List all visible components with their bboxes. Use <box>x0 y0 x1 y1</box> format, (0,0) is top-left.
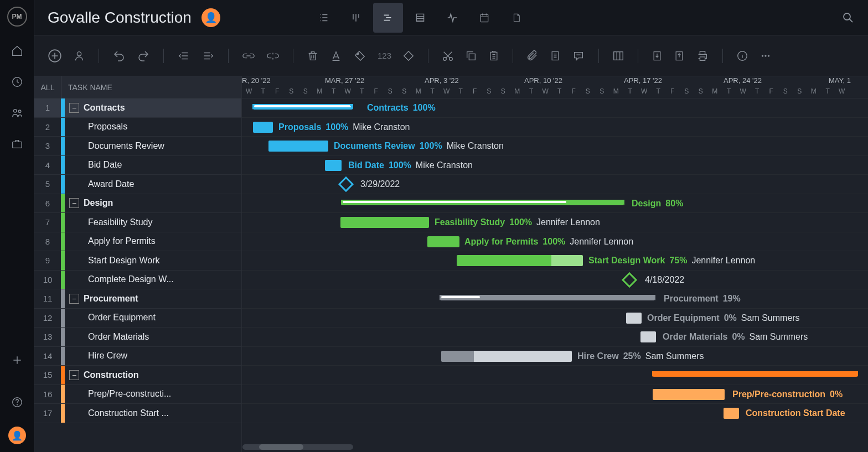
add-circle-icon[interactable] <box>48 49 62 63</box>
collapse-icon[interactable]: − <box>69 103 79 113</box>
diamond-icon[interactable] <box>402 50 415 62</box>
task-row[interactable]: 6−Design <box>34 194 241 214</box>
tag-icon[interactable] <box>353 50 366 62</box>
gantt-bar[interactable] <box>653 371 857 377</box>
user-avatar-small[interactable]: 👤 <box>8 427 26 444</box>
task-row[interactable]: 1−Contracts <box>34 98 241 118</box>
gantt-bar[interactable] <box>268 141 328 152</box>
activity-view-icon[interactable] <box>437 3 467 33</box>
file-view-icon[interactable] <box>502 3 531 33</box>
gantt-chart[interactable]: R, 20 '22MAR, 27 '22APR, 3 '22APR, 10 '2… <box>242 76 868 452</box>
redo-icon[interactable] <box>137 49 150 63</box>
gantt-row[interactable]: Order Equipment0%Sam Summers <box>242 309 868 328</box>
assign-icon[interactable] <box>73 50 85 62</box>
clock-icon[interactable] <box>11 75 24 89</box>
info-icon[interactable] <box>736 50 748 62</box>
print-icon[interactable] <box>696 50 709 62</box>
gantt-bar[interactable] <box>427 236 459 247</box>
board-view-icon[interactable] <box>341 3 371 33</box>
gantt-bar[interactable] <box>440 295 655 300</box>
gantt-row[interactable]: Order Materials0%Sam Summers <box>242 328 868 347</box>
gantt-row[interactable]: Documents Review100%Mike Cranston <box>242 137 868 156</box>
search-icon[interactable] <box>841 11 855 24</box>
gantt-bar[interactable] <box>640 331 656 342</box>
task-row[interactable]: 9Start Design Work <box>34 251 241 271</box>
task-row[interactable]: 2Proposals <box>34 118 241 137</box>
paste-icon[interactable] <box>488 49 499 63</box>
gantt-row[interactable]: Design80% <box>242 194 868 214</box>
task-row[interactable]: 4Bid Date <box>34 156 241 175</box>
gantt-row[interactable]: 3/29/2022 <box>242 175 868 194</box>
task-row[interactable]: 13Order Materials <box>34 328 241 347</box>
comment-icon[interactable] <box>572 50 585 62</box>
home-icon[interactable] <box>11 44 24 58</box>
gantt-row[interactable]: Proposals100%Mike Cranston <box>242 118 868 137</box>
link-icon[interactable] <box>242 50 255 62</box>
grid-header-taskname[interactable]: TASK NAME <box>61 83 112 92</box>
list-view-icon[interactable] <box>309 3 339 33</box>
gantt-bar[interactable] <box>340 217 429 228</box>
task-row[interactable]: 12Order Equipment <box>34 309 241 328</box>
gantt-bar[interactable] <box>253 104 353 110</box>
milestone-icon[interactable] <box>338 176 354 192</box>
more-icon[interactable] <box>760 50 772 62</box>
task-row[interactable]: 14Hire Crew <box>34 347 241 366</box>
export-icon[interactable] <box>674 50 685 62</box>
indent-icon[interactable] <box>202 50 215 62</box>
gantt-row[interactable]: Procurement19% <box>242 289 868 309</box>
copy-icon[interactable] <box>465 50 477 62</box>
gantt-bar[interactable] <box>626 313 642 324</box>
unlink-icon[interactable] <box>266 50 280 62</box>
gantt-row[interactable]: Hire Crew25%Sam Summers <box>242 347 868 366</box>
task-row[interactable]: 5Award Date <box>34 175 241 194</box>
task-row[interactable]: 16Prep/Pre-constructi... <box>34 385 241 404</box>
milestone-icon[interactable] <box>622 272 637 287</box>
collapse-icon[interactable]: − <box>69 294 79 304</box>
team-icon[interactable] <box>11 106 24 120</box>
help-icon[interactable] <box>11 396 24 409</box>
undo-icon[interactable] <box>112 49 126 63</box>
briefcase-icon[interactable] <box>11 137 24 150</box>
calendar-view-icon[interactable] <box>469 3 499 33</box>
gantt-row[interactable]: Bid Date100%Mike Cranston <box>242 156 868 175</box>
columns-icon[interactable] <box>612 50 624 62</box>
gantt-bar[interactable] <box>342 200 624 205</box>
gantt-bar[interactable] <box>457 255 583 266</box>
gantt-row[interactable]: Apply for Permits100%Jennifer Lennon <box>242 232 868 252</box>
cut-icon[interactable] <box>442 50 454 62</box>
gantt-bar[interactable] <box>653 389 725 400</box>
text-style-icon[interactable] <box>330 49 342 63</box>
import-icon[interactable] <box>652 50 663 62</box>
gantt-bar[interactable] <box>724 408 739 419</box>
app-logo[interactable]: PM <box>7 7 27 27</box>
gantt-row[interactable]: Prep/Pre-construction0% <box>242 385 868 404</box>
collapse-icon[interactable]: − <box>69 370 79 380</box>
task-row[interactable]: 3Documents Review <box>34 137 241 156</box>
plus-icon[interactable] <box>11 354 24 367</box>
gantt-bar[interactable] <box>441 351 572 362</box>
gantt-row[interactable]: Construction Start Date <box>242 404 868 423</box>
project-owner-avatar[interactable]: 👤 <box>202 8 220 27</box>
task-row[interactable]: 11−Procurement <box>34 289 241 309</box>
gantt-row[interactable] <box>242 366 868 385</box>
attachment-icon[interactable] <box>526 49 539 63</box>
task-row[interactable]: 17Construction Start ... <box>34 404 241 423</box>
task-row[interactable]: 15−Construction <box>34 366 241 385</box>
gantt-bar[interactable] <box>253 122 273 133</box>
trash-icon[interactable] <box>307 49 319 63</box>
task-row[interactable]: 10Complete Design W... <box>34 271 241 290</box>
sheet-view-icon[interactable] <box>405 3 435 33</box>
task-row[interactable]: 8Apply for Permits <box>34 232 241 252</box>
gantt-row[interactable]: 4/18/2022 <box>242 271 868 290</box>
horizontal-scrollbar[interactable] <box>242 444 353 450</box>
gantt-row[interactable]: Feasibility Study100%Jennifer Lennon <box>242 213 868 232</box>
gantt-row[interactable]: Contracts100% <box>242 98 868 118</box>
gantt-bar[interactable] <box>325 160 342 171</box>
notes-icon[interactable] <box>550 49 561 63</box>
grid-header-all[interactable]: ALL <box>34 83 61 92</box>
collapse-icon[interactable]: − <box>69 198 79 208</box>
task-row[interactable]: 7Feasibility Study <box>34 213 241 232</box>
gantt-row[interactable]: Start Design Work75%Jennifer Lennon <box>242 251 868 271</box>
gantt-view-icon[interactable] <box>373 3 403 33</box>
outdent-icon[interactable] <box>177 50 190 62</box>
